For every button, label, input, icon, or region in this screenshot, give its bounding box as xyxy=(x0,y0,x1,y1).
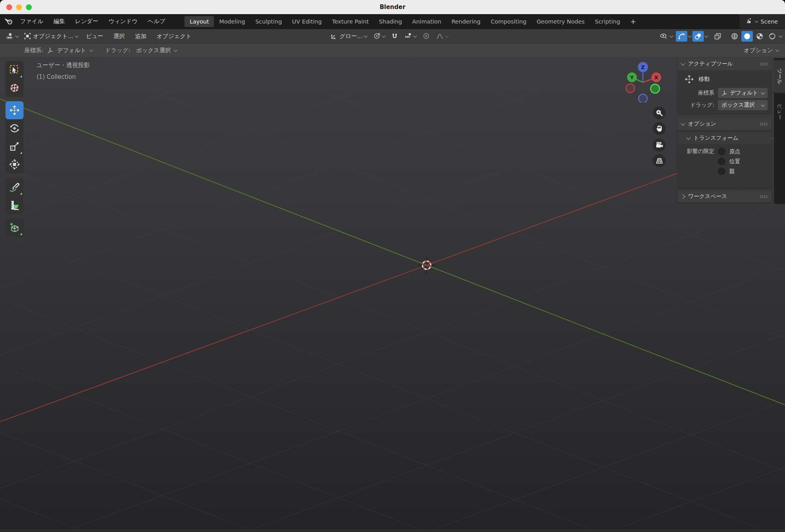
add-cube-icon xyxy=(9,222,20,233)
toggle-parents[interactable] xyxy=(718,168,725,175)
panel-orientation-dropdown[interactable]: デフォルト xyxy=(718,88,768,98)
chevron-down-icon[interactable] xyxy=(89,48,93,52)
tab-scripting[interactable]: Scripting xyxy=(590,16,625,27)
drag-grip-icon[interactable] xyxy=(760,195,768,198)
add-workspace-button[interactable]: + xyxy=(625,18,641,26)
subtool-indicator xyxy=(20,193,22,195)
pivot-point-selector[interactable] xyxy=(371,31,387,41)
blender-logo-icon[interactable] xyxy=(3,18,15,25)
panel-drag-dropdown[interactable]: ボックス選択 xyxy=(718,100,768,110)
proportional-editing-toggle[interactable] xyxy=(421,31,432,41)
axis-y-line xyxy=(0,99,785,405)
menu-add[interactable]: 追加 xyxy=(131,33,151,40)
gizmo-toggle[interactable] xyxy=(676,31,687,42)
transform-subpanel-header[interactable]: トランスフォーム xyxy=(677,132,772,144)
pan-view-button[interactable] xyxy=(653,122,666,135)
sidebar-tab-tool[interactable]: ツール xyxy=(774,60,785,93)
cursor-tool[interactable] xyxy=(5,79,24,97)
zoom-window-button[interactable] xyxy=(26,4,32,10)
select-box-tool[interactable] xyxy=(5,61,24,79)
menu-window[interactable]: ウィンドウ xyxy=(103,18,142,25)
drag-setting-label: ドラッグ: xyxy=(105,47,130,54)
rotate-tool[interactable] xyxy=(5,119,24,137)
menu-file[interactable]: ファイル xyxy=(15,18,48,25)
xray-toggle[interactable] xyxy=(712,31,724,42)
gizmo-axis-y-neg[interactable] xyxy=(651,84,660,93)
chevron-right-icon xyxy=(681,194,685,199)
svg-text:Y: Y xyxy=(630,75,634,80)
drag-grip-icon[interactable] xyxy=(760,62,768,66)
minimize-button[interactable] xyxy=(16,4,22,10)
panel-active-tool-header[interactable]: アクティブツール xyxy=(677,58,772,70)
shading-material-button[interactable] xyxy=(754,31,765,42)
annotate-tool[interactable] xyxy=(5,178,24,196)
chevron-down-icon[interactable] xyxy=(779,34,783,38)
transform-tool[interactable] xyxy=(5,155,24,173)
panel-options-header[interactable]: オプション xyxy=(677,118,772,130)
chevron-down-icon xyxy=(686,135,690,140)
chevron-down-icon[interactable] xyxy=(705,34,708,38)
drag-grip-icon[interactable] xyxy=(760,122,768,126)
drag-setting-value[interactable]: ボックス選択 xyxy=(136,47,171,54)
options-menu[interactable]: オプション xyxy=(744,47,773,54)
close-button[interactable] xyxy=(6,4,12,10)
menu-view[interactable]: ビュー xyxy=(82,33,108,40)
tab-layout[interactable]: Layout xyxy=(184,16,214,27)
tab-sculpting[interactable]: Sculpting xyxy=(250,16,287,27)
axis-mini-icon xyxy=(721,90,727,96)
menu-edit[interactable]: 編集 xyxy=(48,18,70,25)
object-mode-icon xyxy=(24,33,31,40)
camera-view-button[interactable] xyxy=(653,138,666,151)
shading-wireframe-button[interactable] xyxy=(729,31,740,42)
magnet-icon xyxy=(391,33,398,40)
tab-uv-editing[interactable]: UV Editing xyxy=(287,16,327,27)
menu-render[interactable]: レンダー xyxy=(70,18,103,25)
navigation-gizmo[interactable]: Z Y X xyxy=(623,60,665,102)
ortho-perspective-button[interactable] xyxy=(653,154,666,167)
move-tool[interactable] xyxy=(5,101,24,119)
panel-workspace-header[interactable]: ワークスペース xyxy=(677,191,772,202)
transform-orientation-selector[interactable]: グロー... xyxy=(328,31,369,42)
solid-icon xyxy=(743,33,751,40)
mode-selector[interactable]: オブジェクト... xyxy=(22,31,80,42)
toggle-origins[interactable] xyxy=(718,148,725,155)
orientation-setting-value[interactable]: デフォルト xyxy=(57,47,86,54)
zoom-icon xyxy=(655,109,663,117)
editor-type-button[interactable] xyxy=(3,31,20,41)
viewport-3d[interactable]: ユーザー・透視投影 (1) Collection xyxy=(0,57,785,528)
tab-texture-paint[interactable]: Texture Paint xyxy=(327,16,374,27)
blender-window: Blender ファイル 編集 レンダー ウィンドウ ヘルプ Layout Mo… xyxy=(0,0,785,532)
scene-selector[interactable]: Scene xyxy=(739,14,785,29)
scale-tool[interactable] xyxy=(5,137,24,155)
menu-object[interactable]: オブジェクト xyxy=(152,33,196,40)
shading-solid-button[interactable] xyxy=(741,31,753,42)
workspace-tabs: Layout Modeling Sculpting UV Editing Tex… xyxy=(184,16,641,27)
toggle-locations[interactable] xyxy=(718,158,725,165)
overlays-toggle[interactable] xyxy=(692,31,704,42)
add-cube-tool[interactable] xyxy=(5,219,24,237)
tab-compositing[interactable]: Compositing xyxy=(486,16,531,27)
snap-target-selector[interactable] xyxy=(402,31,418,41)
object-visibility-selector[interactable] xyxy=(658,31,675,41)
tab-modeling[interactable]: Modeling xyxy=(214,16,250,27)
chevron-down-icon xyxy=(681,61,685,66)
gizmo-axis-z-neg[interactable] xyxy=(639,94,647,102)
shading-rendered-button[interactable] xyxy=(767,31,778,42)
toolbar-group-add xyxy=(5,219,24,237)
tab-rendering[interactable]: Rendering xyxy=(446,16,486,27)
proportional-falloff-selector[interactable] xyxy=(434,31,450,41)
chevron-down-icon[interactable] xyxy=(174,48,178,52)
menu-select[interactable]: 選択 xyxy=(109,33,129,40)
scene-name: Scene xyxy=(761,18,778,25)
tab-shading[interactable]: Shading xyxy=(374,16,407,27)
tab-animation[interactable]: Animation xyxy=(407,16,446,27)
tab-geometry-nodes[interactable]: Geometry Nodes xyxy=(531,16,590,27)
toolbar-group-transform xyxy=(5,101,24,173)
gizmo-axis-x-neg[interactable] xyxy=(626,84,635,93)
sidebar-tab-view[interactable]: ビュー xyxy=(774,97,785,127)
snap-toggle[interactable] xyxy=(389,31,400,41)
menu-help[interactable]: ヘルプ xyxy=(143,18,171,25)
measure-tool[interactable] xyxy=(5,196,24,214)
chevron-down-icon[interactable] xyxy=(688,34,692,38)
zoom-view-button[interactable] xyxy=(653,106,666,119)
